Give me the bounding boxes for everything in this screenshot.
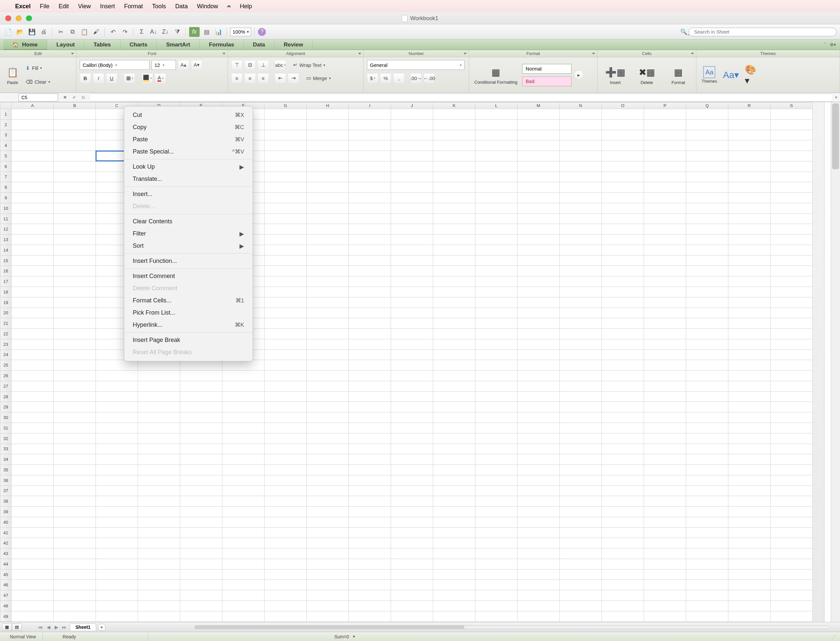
cell[interactable] [264,412,307,423]
tab-charts[interactable]: Charts [121,40,157,50]
menu-help[interactable]: Help [240,3,252,10]
cell[interactable] [96,360,138,370]
cell[interactable] [138,444,180,454]
row-header[interactable]: 4 [0,140,11,151]
cell[interactable] [518,213,560,224]
cell[interactable] [602,266,644,276]
cell[interactable] [728,423,771,433]
save-icon[interactable]: 💾 [27,27,37,37]
row-header[interactable]: 28 [0,391,11,402]
cell[interactable] [518,297,560,308]
cell[interactable] [518,276,560,287]
cell[interactable] [54,559,96,569]
cell[interactable] [686,538,728,548]
cell[interactable] [728,475,771,486]
cell[interactable] [644,172,686,182]
cell[interactable] [54,517,96,527]
cell[interactable] [349,339,391,349]
cell[interactable] [518,172,560,182]
cell[interactable] [96,559,138,569]
cell[interactable] [11,433,54,444]
cell[interactable] [728,339,771,349]
cell[interactable] [264,224,307,235]
cell[interactable] [54,590,96,601]
cell[interactable] [349,559,391,569]
cell[interactable] [560,433,602,444]
cell[interactable] [771,412,813,423]
cell[interactable] [560,308,602,318]
cell[interactable] [96,517,138,527]
cell[interactable] [349,391,391,402]
cell[interactable] [602,130,644,140]
cell[interactable] [264,130,307,140]
cell[interactable] [264,601,307,611]
cell[interactable] [560,496,602,507]
cell[interactable] [644,349,686,360]
autosum-icon[interactable]: Σ [137,27,146,37]
row-header[interactable]: 17 [0,276,11,287]
cell[interactable] [644,213,686,224]
row-header[interactable]: 30 [0,412,11,423]
cell[interactable] [644,193,686,203]
row-header[interactable]: 5 [0,151,11,161]
sheet-grid[interactable]: ABCDEFGHIJKLMNOPQRS 12345678910111213141… [0,102,813,622]
cell[interactable] [349,527,391,538]
cell[interactable] [560,559,602,569]
cell[interactable] [264,517,307,527]
cell[interactable] [644,308,686,318]
cell[interactable] [264,360,307,370]
cell[interactable] [518,517,560,527]
cell[interactable] [433,370,475,381]
ribbon-collapse-icon[interactable]: ˆ [824,42,826,47]
row-header[interactable]: 45 [0,569,11,580]
row-header[interactable]: 12 [0,224,11,235]
cell[interactable] [602,161,644,172]
cell[interactable] [138,454,180,465]
cell[interactable] [728,538,771,548]
cell[interactable] [307,329,349,339]
borders-button[interactable]: ▦ [124,73,135,83]
cell[interactable] [771,329,813,339]
cell[interactable] [391,193,433,203]
cell[interactable] [264,486,307,496]
align-bottom-icon[interactable]: ⊥ [257,60,269,70]
cell[interactable] [11,172,54,182]
cell[interactable] [728,308,771,318]
cell[interactable] [138,360,180,370]
row-header[interactable]: 37 [0,486,11,496]
cell[interactable] [686,611,728,622]
cell[interactable] [54,297,96,308]
conditional-formatting-button[interactable]: ▦ Conditional Formatting [472,64,520,85]
cell[interactable] [518,235,560,245]
cell[interactable] [560,402,602,412]
cell[interactable] [771,402,813,412]
cell[interactable] [771,318,813,329]
cell[interactable] [138,496,180,507]
cell[interactable] [686,423,728,433]
cell[interactable] [728,161,771,172]
cell[interactable] [54,151,96,161]
cell[interactable] [686,391,728,402]
cell[interactable] [391,527,433,538]
row-header[interactable]: 32 [0,433,11,444]
cell[interactable] [728,454,771,465]
menu-edit[interactable]: Edit [59,3,69,10]
fx-icon[interactable]: fx [80,94,87,101]
cell[interactable] [11,203,54,213]
cell[interactable] [771,370,813,381]
cell[interactable] [222,454,264,465]
cell[interactable] [391,402,433,412]
cell[interactable] [54,412,96,423]
cell[interactable] [349,601,391,611]
cell[interactable] [433,349,475,360]
cell[interactable] [96,454,138,465]
cell[interactable] [349,548,391,559]
tab-nav-first-icon[interactable]: ⏮ [37,624,44,630]
cell[interactable] [686,213,728,224]
underline-button[interactable]: U [106,73,117,83]
cell[interactable] [391,507,433,517]
normal-view-icon[interactable]: ▦ [2,623,12,631]
cell[interactable] [518,360,560,370]
cell[interactable] [560,235,602,245]
column-header[interactable]: I [349,102,391,109]
